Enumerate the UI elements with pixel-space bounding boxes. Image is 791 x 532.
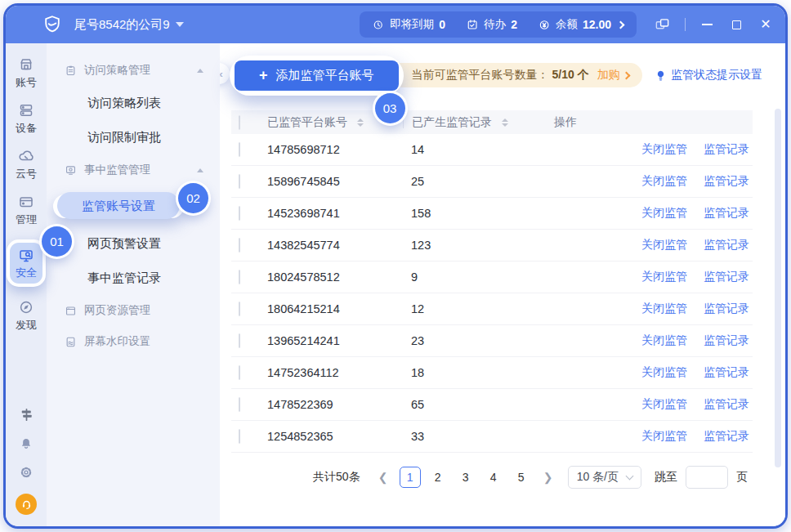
gear-icon[interactable] xyxy=(19,465,34,480)
device-stack-icon xyxy=(18,102,34,118)
close-supervision-link[interactable]: 关闭监管 xyxy=(641,397,687,412)
supervision-status-tip-link[interactable]: 监管状态提示设置 xyxy=(655,68,762,83)
row-checkbox[interactable] xyxy=(239,333,240,348)
supervision-records-link[interactable]: 监管记录 xyxy=(704,333,749,348)
chevron-up-icon xyxy=(197,69,203,73)
browser-icon xyxy=(65,305,77,317)
monitor-cam-icon xyxy=(65,164,77,177)
close-supervision-link[interactable]: 关闭监管 xyxy=(641,174,687,189)
row-checkbox[interactable] xyxy=(239,365,240,380)
cell-records: 9 xyxy=(411,270,554,284)
sidebar-item-account[interactable]: 账号 xyxy=(16,56,37,90)
close-supervision-link[interactable]: 关闭监管 xyxy=(641,429,687,444)
minimize-button[interactable] xyxy=(700,18,713,31)
page-button-2[interactable]: 2 xyxy=(427,467,449,488)
prev-page-icon[interactable]: ❮ xyxy=(375,471,391,484)
close-supervision-link[interactable]: 关闭监管 xyxy=(641,238,687,253)
table-row: 14382545774 123 关闭监管 监管记录 xyxy=(231,230,753,262)
row-checkbox[interactable] xyxy=(239,206,240,221)
switch-display-icon[interactable] xyxy=(655,17,670,33)
stat-label: 即将到期 xyxy=(390,17,434,32)
table-row: 1478522369 65 关闭监管 监管记录 xyxy=(231,389,753,421)
bell-icon[interactable] xyxy=(19,436,34,451)
page-button-4[interactable]: 4 xyxy=(483,467,504,488)
col-header-account: 已监管平台账号 xyxy=(267,115,347,130)
supervision-records-link[interactable]: 监管记录 xyxy=(704,174,749,189)
status-pill: 即将到期 0 待办 2 余额 12.00 xyxy=(360,11,637,38)
headset-icon[interactable] xyxy=(16,494,37,515)
row-checkbox[interactable] xyxy=(239,302,240,316)
cell-records: 158 xyxy=(411,207,554,220)
quota-notice-bar: 当前可监管平台账号数量： 5/10 个 加购 xyxy=(389,63,642,87)
supervision-records-link[interactable]: 监管记录 xyxy=(704,365,749,380)
supervision-records-link[interactable]: 监管记录 xyxy=(704,206,749,221)
supervision-records-link[interactable]: 监管记录 xyxy=(704,238,749,253)
topbar: 尾号8542的公司9 即将到期 0 待办 2 余额 12.00 ✕ xyxy=(6,6,785,43)
select-all-checkbox[interactable] xyxy=(239,115,240,130)
supervision-records-link[interactable]: 监管记录 xyxy=(704,397,749,412)
close-supervision-link[interactable]: 关闭监管 xyxy=(641,142,687,157)
maximize-button[interactable] xyxy=(730,18,743,31)
add-supervised-account-button[interactable]: + 添加监管平台账号 xyxy=(235,60,399,91)
supervision-records-link[interactable]: 监管记录 xyxy=(704,142,749,157)
submenu-section-access-policy[interactable]: 访问策略管理 xyxy=(47,55,220,86)
close-supervision-link[interactable]: 关闭监管 xyxy=(641,206,687,221)
sidebar-item-cloud-number[interactable]: 云号 xyxy=(16,148,37,181)
row-checkbox[interactable] xyxy=(239,429,240,444)
sidebar-item-device[interactable]: 设备 xyxy=(16,102,37,136)
sidebar-item-discover[interactable]: 发现 xyxy=(16,299,37,333)
sidebar-item-manage[interactable]: 管理 xyxy=(16,194,37,227)
rail-label: 安全 xyxy=(16,266,37,280)
page-button-5[interactable]: 5 xyxy=(511,467,532,488)
cell-records: 25 xyxy=(411,175,554,188)
table-row: 1254852365 33 关闭监管 监管记录 xyxy=(231,421,753,453)
topbar-stat-2[interactable]: 余额 12.00 xyxy=(539,17,623,32)
sort-records-icon[interactable] xyxy=(502,118,508,127)
submenu-section-web-resource[interactable]: 网页资源管理 xyxy=(47,295,220,326)
buy-more-link[interactable]: 加购 xyxy=(597,68,629,83)
company-switcher[interactable]: 尾号8542的公司9 xyxy=(74,17,184,33)
submenu-item[interactable]: 访问策略列表 xyxy=(47,86,220,120)
table-scrollbar[interactable] xyxy=(775,109,781,467)
section-title: 访问策略管理 xyxy=(84,63,150,78)
submenu-item-label: 事中监管记录 xyxy=(87,270,161,286)
bulb-icon xyxy=(655,69,667,82)
submenu-section-in-process-supervision[interactable]: 事中监管管理 xyxy=(47,154,220,186)
jump-page-input[interactable] xyxy=(686,466,728,489)
page-button-3[interactable]: 3 xyxy=(455,467,476,488)
submenu-item[interactable]: 访问限制审批 xyxy=(47,120,220,154)
cell-records: 23 xyxy=(411,334,554,347)
stat-label: 余额 xyxy=(556,17,578,32)
submenu-item[interactable]: 事中监管记录 xyxy=(47,261,220,295)
close-supervision-link[interactable]: 关闭监管 xyxy=(641,270,687,284)
signpost-icon[interactable] xyxy=(19,407,34,422)
page-button-1[interactable]: 1 xyxy=(400,467,421,488)
row-checkbox[interactable] xyxy=(239,174,240,189)
tour-step-badge-3: 03 xyxy=(375,93,405,123)
cell-records: 123 xyxy=(411,239,554,252)
sort-account-icon[interactable] xyxy=(357,118,364,127)
topbar-stat-1[interactable]: 待办 2 xyxy=(467,17,517,32)
row-checkbox[interactable] xyxy=(239,270,240,284)
submenu-item-active[interactable]: 监管账号设置 02 xyxy=(53,186,220,226)
page-size-select[interactable]: 10 条/页 xyxy=(568,466,641,489)
next-page-icon[interactable]: ❯ xyxy=(540,471,556,484)
close-button[interactable]: ✕ xyxy=(759,18,772,31)
quota-count: 5/10 个 xyxy=(552,68,589,83)
row-checkbox[interactable] xyxy=(239,238,240,253)
submenu-section-screen-watermark[interactable]: 屏幕水印设置 xyxy=(47,326,220,357)
topbar-stat-0[interactable]: 即将到期 0 xyxy=(373,17,445,32)
close-supervision-link[interactable]: 关闭监管 xyxy=(641,333,687,348)
sidebar-item-security[interactable]: 安全 01 xyxy=(7,239,46,287)
supervision-records-link[interactable]: 监管记录 xyxy=(704,270,749,284)
row-checkbox[interactable] xyxy=(239,397,240,412)
table-row: 14523698741 158 关闭监管 监管记录 xyxy=(231,198,753,230)
supervision-records-link[interactable]: 监管记录 xyxy=(704,302,749,316)
close-supervision-link[interactable]: 关闭监管 xyxy=(641,365,687,380)
row-checkbox[interactable] xyxy=(239,142,240,157)
supervision-records-link[interactable]: 监管记录 xyxy=(704,429,749,444)
table-row: 18024578512 9 关闭监管 监管记录 xyxy=(231,262,753,293)
submenu-item[interactable]: 网页预警设置 xyxy=(47,226,220,261)
stat-label: 待办 xyxy=(484,17,506,32)
close-supervision-link[interactable]: 关闭监管 xyxy=(641,302,687,316)
